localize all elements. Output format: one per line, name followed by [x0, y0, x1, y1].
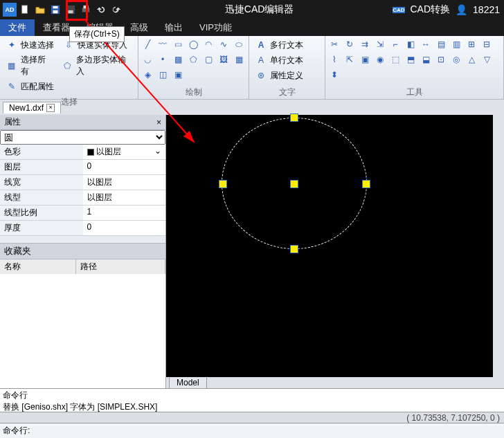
new-file-icon[interactable] — [18, 3, 32, 17]
polygon2-icon[interactable]: ⬠ — [187, 53, 199, 66]
grip-center[interactable] — [290, 180, 298, 188]
tool-icon[interactable]: ↔ — [420, 38, 432, 51]
prop-val[interactable]: 以图层 — [83, 175, 166, 190]
tab-vip[interactable]: VIP功能 — [191, 19, 240, 36]
panel-close-icon[interactable]: × — [156, 118, 161, 127]
grip-left[interactable] — [219, 180, 227, 188]
quick-select-button[interactable]: ✦快速选择 — [3, 38, 57, 52]
tool-icon[interactable]: ▤ — [435, 38, 447, 51]
match-properties-button[interactable]: ✎匹配属性 — [3, 80, 57, 93]
text-group-label: 文字 — [249, 86, 325, 99]
prop-val[interactable]: 1 — [83, 206, 166, 221]
command-history: 命令行 替换 [Geniso.shx] 字体为 [SIMPLEX.SHX] — [0, 388, 504, 412]
tool-icon[interactable]: ⬒ — [404, 53, 417, 66]
tool-icon[interactable]: △ — [465, 53, 478, 66]
tool-icon[interactable]: ⊞ — [465, 38, 478, 51]
open-file-icon[interactable] — [33, 3, 47, 17]
tool-icon[interactable]: ⊟ — [480, 38, 493, 51]
tool-icon[interactable]: ◎ — [450, 53, 462, 66]
tool-icon[interactable]: ⬍ — [328, 69, 341, 81]
status-bar: ( 10.73538, 7.107250, 0 ) — [0, 412, 504, 423]
app-icon: AD — [3, 3, 17, 17]
tool-icon[interactable]: ▣ — [359, 53, 371, 66]
tool-icon[interactable]: ⊡ — [435, 53, 447, 66]
document-tab[interactable]: New1.dxf × — [3, 102, 61, 113]
point-icon[interactable]: • — [156, 53, 169, 66]
redo-icon[interactable] — [109, 3, 123, 17]
tool-icon[interactable]: ▽ — [480, 53, 493, 66]
attribute-def-button[interactable]: ⊛属性定义 — [252, 69, 306, 82]
table-icon[interactable]: ▦ — [233, 53, 245, 66]
tool-icon[interactable]: ⬓ — [420, 53, 432, 66]
polyline-icon[interactable]: 〰 — [156, 38, 169, 51]
tool-icon[interactable]: ⌇ — [328, 53, 341, 66]
draw-group-label: 绘制 — [138, 86, 249, 99]
spline-icon[interactable]: ∿ — [217, 38, 230, 51]
block-icon[interactable]: ◫ — [156, 69, 169, 81]
tool-icon[interactable]: ⌐ — [389, 38, 402, 51]
polygon-icon: ⬠ — [61, 60, 73, 72]
save-icon[interactable] — [48, 3, 62, 17]
hatch-icon[interactable]: ▩ — [172, 53, 184, 66]
quick-access-toolbar: AD — [0, 3, 126, 17]
undo-icon[interactable] — [94, 3, 108, 17]
close-icon[interactable]: × — [46, 104, 55, 112]
app-title: 迅捷CAD编辑器 — [126, 3, 393, 16]
ellipse-arc-icon[interactable]: ◡ — [141, 53, 154, 66]
prop-key: 线宽 — [0, 175, 83, 190]
titlebar: AD 迅捷CAD编辑器 CAD CAD转换 👤 18221 — [0, 0, 504, 19]
prop-key: 图层 — [0, 160, 83, 175]
cad-convert-link[interactable]: CAD转换 — [411, 3, 451, 16]
prop-val[interactable]: 0 — [83, 160, 166, 175]
tab-output[interactable]: 输出 — [156, 19, 191, 36]
single-text-button[interactable]: A单行文本 — [252, 53, 306, 67]
tool-icon[interactable]: ⬚ — [389, 53, 402, 66]
prop-val[interactable]: 以图层 — [96, 147, 121, 156]
tab-file[interactable]: 文件 — [0, 19, 35, 36]
save-as-icon[interactable] — [64, 3, 78, 17]
region-icon[interactable]: ◈ — [141, 69, 154, 81]
grip-bottom[interactable] — [290, 245, 298, 253]
vertical-scrollbar[interactable] — [493, 115, 504, 377]
prop-key: 厚度 — [0, 221, 83, 236]
tool-icon[interactable]: ⇉ — [359, 38, 371, 51]
entity-type-select[interactable]: 圆 — [0, 130, 165, 145]
svg-rect-3 — [53, 10, 58, 13]
print-icon[interactable] — [79, 3, 93, 17]
attr-icon: ⊛ — [255, 69, 267, 82]
image-icon[interactable]: 🖼 — [217, 53, 230, 66]
cad-logo-icon: CAD — [393, 7, 404, 13]
multiline-text-button[interactable]: A多行文本 — [252, 38, 306, 52]
rect-icon[interactable]: ▭ — [172, 38, 184, 51]
select-all-button[interactable]: ▦选择所有 — [3, 53, 55, 78]
grip-top[interactable] — [290, 113, 298, 122]
user-icon[interactable]: 👤 — [456, 4, 467, 15]
coordinates-readout: ( 10.73538, 7.107250, 0 ) — [406, 413, 500, 423]
prop-key: 线型比例 — [0, 206, 83, 221]
circle-icon[interactable]: ◯ — [187, 38, 199, 51]
tab-advanced[interactable]: 高级 — [122, 19, 156, 36]
cmd-history-line: 命令行 — [3, 390, 501, 401]
tool-icon[interactable]: ◉ — [374, 53, 386, 66]
boundary-icon[interactable]: ▣ — [172, 69, 184, 81]
tool-icon[interactable]: ✂ — [328, 38, 341, 51]
arc-icon[interactable]: ◠ — [202, 38, 215, 51]
tool-icon[interactable]: ◧ — [404, 38, 417, 51]
tool-icon[interactable]: ⇱ — [343, 53, 356, 66]
line-icon[interactable]: ╱ — [141, 38, 154, 51]
rect2-icon[interactable]: ▢ — [202, 53, 215, 66]
ellipse-icon[interactable]: ⬭ — [233, 38, 245, 51]
polygon-entity-input-button[interactable]: ⬠多边形实体输入 — [58, 53, 135, 78]
prop-val[interactable]: 0 — [83, 221, 166, 236]
prop-key: 色彩 — [0, 145, 83, 160]
command-line[interactable]: 命令行: — [0, 423, 504, 438]
tool-icon[interactable]: ↻ — [343, 38, 356, 51]
tool-icon[interactable]: ⇲ — [374, 38, 386, 51]
tool-icon[interactable]: ▥ — [450, 38, 462, 51]
model-tab[interactable]: Model — [169, 376, 207, 389]
favorites-panel: 收藏夹 名称 路径 — [0, 243, 165, 388]
svg-rect-4 — [53, 6, 58, 9]
grip-right[interactable] — [362, 180, 370, 188]
prop-val[interactable]: 以图层 — [83, 190, 166, 206]
drawing-canvas[interactable] — [166, 115, 493, 377]
